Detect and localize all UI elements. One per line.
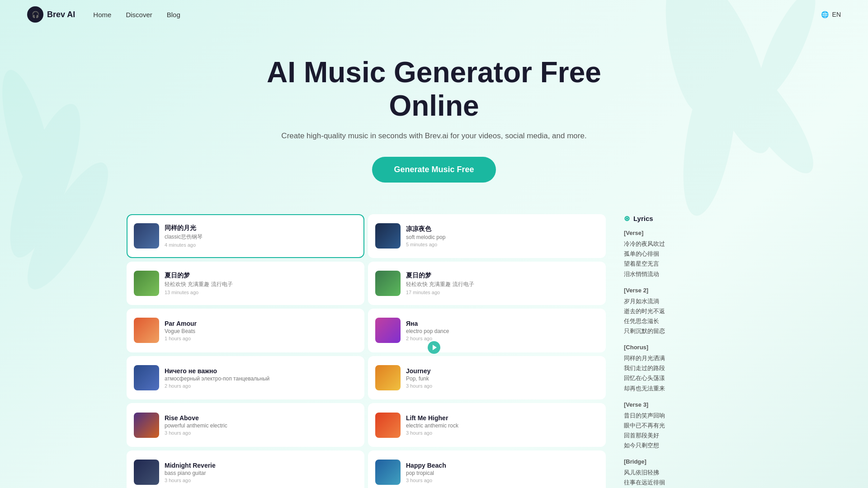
music-card-title-summer1: 夏日的梦 <box>165 272 357 280</box>
music-card-info-beach: Happy Beach pop tropical 3 hours ago <box>406 462 599 483</box>
music-thumb-yana <box>375 318 401 343</box>
music-card-night[interactable]: 凉凉夜色 soft melodic pop 5 minutes ago <box>368 214 606 258</box>
music-thumb-rise <box>134 413 159 438</box>
hero-subtitle: Create high-quality music in seconds wit… <box>9 131 859 141</box>
music-card-time-midnight: 3 hours ago <box>165 478 357 483</box>
music-card-rise[interactable]: Rise Above powerful anthemic electric 3 … <box>127 403 364 447</box>
content-area: 同样的月光 classic悲伤钢琴 4 minutes ago 凉凉夜色 sof… <box>0 201 868 488</box>
music-card-time-beach: 3 hours ago <box>406 478 599 483</box>
music-card-title-journey: Journey <box>406 367 599 375</box>
music-card-info-summer1: 夏日的梦 轻松欢快 充满重趣 流行电子 13 minutes ago <box>165 272 357 295</box>
music-card-summer2[interactable]: 夏日的梦 轻松欢快 充满重趣 流行电子 17 minutes ago <box>368 262 606 305</box>
music-card-time-summer2: 17 minutes ago <box>406 290 599 295</box>
music-card-time-yana: 2 hours ago <box>406 336 599 341</box>
music-thumb-midnight <box>134 460 159 485</box>
lyrics-line: 如今只剩空想 <box>624 441 741 450</box>
music-card-genre-summer2: 轻松欢快 充满重趣 流行电子 <box>406 281 599 288</box>
lyrics-label: [Chorus] <box>624 343 741 352</box>
lyrics-line: 冷冷的夜风吹过 <box>624 239 741 249</box>
music-card-paramour[interactable]: Par Amour Vogue Beats 1 hours ago <box>127 309 364 352</box>
language-icon: 🌐 <box>821 11 829 18</box>
music-card-time-journey: 3 hours ago <box>406 383 599 389</box>
music-card-info-midnight: Midnight Reverie bass piano guitar 3 hou… <box>165 462 357 483</box>
lyrics-title: Lyrics <box>633 215 653 222</box>
header: 🎧 Brev AI Home Discover Blog 🌐 EN <box>0 0 868 29</box>
music-thumb-paramour <box>134 318 159 343</box>
music-card-yana[interactable]: Яна electro pop dance 2 hours ago <box>368 309 606 352</box>
lyrics-line: 眼中已不再有光 <box>624 421 741 431</box>
lyrics-header: ⊛ Lyrics <box>624 214 741 223</box>
music-card-journey[interactable]: Journey Pop, funk 3 hours ago <box>368 356 606 400</box>
music-card-time-nichego: 2 hours ago <box>165 383 357 389</box>
logo[interactable]: 🎧 Brev AI <box>27 6 75 23</box>
header-right: 🌐 EN <box>821 11 841 18</box>
lyrics-line: 昔日的笑声回响 <box>624 411 741 421</box>
lyrics-line: 风儿依旧轻拂 <box>624 468 741 478</box>
generate-music-button[interactable]: Generate Music Free <box>372 157 495 183</box>
nav-home[interactable]: Home <box>93 11 111 19</box>
hero-section: AI Music Generator Free Online Create hi… <box>0 29 868 201</box>
music-card-info-nichego: Ничего не важно атмосферный электро-поп … <box>165 367 357 389</box>
music-card-info-moonlight: 同样的月光 classic悲伤钢琴 4 minutes ago <box>165 224 357 248</box>
music-card-info-rise: Rise Above powerful anthemic electric 3 … <box>165 414 357 436</box>
music-thumb-beach <box>375 460 401 485</box>
nav-discover[interactable]: Discover <box>126 11 152 19</box>
music-card-title-yana: Яна <box>406 320 599 327</box>
lyrics-content: [Verse]冷冷的夜风吹过孤单的心徘徊望着星空无言泪水悄悄流动[Verse 2… <box>624 228 741 488</box>
lyrics-line: 回忆在心头荡漾 <box>624 373 741 383</box>
lyrics-label: [Verse 3] <box>624 400 741 410</box>
lyrics-icon: ⊛ <box>624 214 630 223</box>
music-card-midnight[interactable]: Midnight Reverie bass piano guitar 3 hou… <box>127 450 364 488</box>
music-card-genre-summer1: 轻松欢快 充满重趣 流行电子 <box>165 281 357 288</box>
music-card-nichego[interactable]: Ничего не важно атмосферный электро-поп … <box>127 356 364 400</box>
music-card-title-moonlight: 同样的月光 <box>165 224 357 232</box>
music-card-time-paramour: 1 hours ago <box>165 336 357 341</box>
logo-text: Brev AI <box>47 10 75 19</box>
music-card-title-beach: Happy Beach <box>406 462 599 469</box>
music-card-genre-rise: powerful anthemic electric <box>165 422 357 429</box>
lyrics-label: [Verse 2] <box>624 286 741 296</box>
language-label[interactable]: EN <box>832 11 841 18</box>
play-overlay-moonlight <box>428 341 440 354</box>
lyrics-line: 望着星空无言 <box>624 259 741 269</box>
music-card-genre-moonlight: classic悲伤钢琴 <box>165 233 357 241</box>
lyrics-line: 回首那段美好 <box>624 431 741 441</box>
music-thumb-lift <box>375 413 401 438</box>
music-card-info-night: 凉凉夜色 soft melodic pop 5 minutes ago <box>406 225 599 247</box>
lyrics-panel: ⊛ Lyrics [Verse]冷冷的夜风吹过孤单的心徘徊望着星空无言泪水悄悄流… <box>615 214 741 488</box>
lyrics-line: 岁月如水流淌 <box>624 296 741 306</box>
lyrics-line: 往事在远近徘徊 <box>624 478 741 488</box>
nav-blog[interactable]: Blog <box>167 11 180 19</box>
music-card-title-night: 凉凉夜色 <box>406 225 599 233</box>
music-card-genre-midnight: bass piano guitar <box>165 470 357 476</box>
logo-icon: 🎧 <box>27 6 43 23</box>
music-card-genre-lift: electric anthemic rock <box>406 422 599 429</box>
music-card-genre-nichego: атмосферный электро-поп танцевальный <box>165 375 357 382</box>
music-card-time-night: 5 minutes ago <box>406 242 599 247</box>
music-card-info-paramour: Par Amour Vogue Beats 1 hours ago <box>165 320 357 341</box>
music-card-time-summer1: 13 minutes ago <box>165 290 357 295</box>
music-card-title-midnight: Midnight Reverie <box>165 462 357 469</box>
lyrics-section: [Verse 2]岁月如水流淌逝去的时光不返任凭思念滋长只剩沉默的留恋 <box>624 286 741 336</box>
music-card-title-paramour: Par Amour <box>165 320 357 327</box>
lyrics-line: 孤单的心徘徊 <box>624 249 741 259</box>
music-card-info-yana: Яна electro pop dance 2 hours ago <box>406 320 599 341</box>
music-card-moonlight[interactable]: 同样的月光 classic悲伤钢琴 4 minutes ago <box>127 214 364 258</box>
music-list: 同样的月光 classic悲伤钢琴 4 minutes ago 凉凉夜色 sof… <box>127 214 615 488</box>
lyrics-label: [Bridge] <box>624 457 741 467</box>
music-card-title-summer2: 夏日的梦 <box>406 272 599 280</box>
music-card-time-rise: 3 hours ago <box>165 430 357 436</box>
music-thumb-summer2 <box>375 271 401 296</box>
lyrics-section: [Bridge]风儿依旧轻拂往事在远近徘徊 <box>624 457 741 488</box>
music-card-genre-beach: pop tropical <box>406 470 599 476</box>
lyrics-label: [Verse] <box>624 228 741 238</box>
music-card-time-lift: 3 hours ago <box>406 430 599 436</box>
lyrics-line: 却再也无法重来 <box>624 384 741 394</box>
music-card-title-rise: Rise Above <box>165 414 357 422</box>
music-card-summer1[interactable]: 夏日的梦 轻松欢快 充满重趣 流行电子 13 minutes ago <box>127 262 364 305</box>
music-card-lift[interactable]: Lift Me Higher electric anthemic rock 3 … <box>368 403 606 447</box>
hero-title: AI Music Generator Free Online <box>9 56 859 122</box>
lyrics-section: [Verse 3]昔日的笑声回响眼中已不再有光回首那段美好如今只剩空想 <box>624 400 741 450</box>
music-thumb-moonlight <box>134 223 159 249</box>
music-card-beach[interactable]: Happy Beach pop tropical 3 hours ago <box>368 450 606 488</box>
